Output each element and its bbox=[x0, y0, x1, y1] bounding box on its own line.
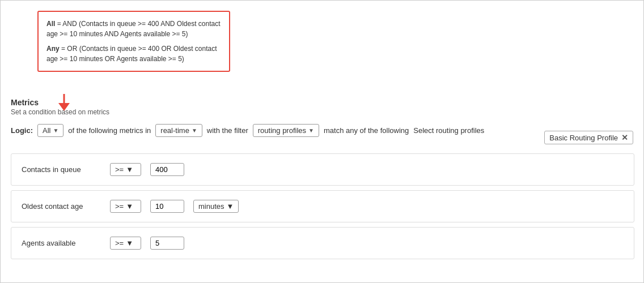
operator-caret-agents-icon: ▼ bbox=[126, 239, 133, 247]
condition-row-agents-available: Agents available >= ▼ bbox=[11, 227, 634, 259]
time-dropdown[interactable]: real-time ▼ bbox=[155, 124, 202, 137]
condition-value-oldest[interactable] bbox=[150, 200, 184, 213]
unit-value-oldest: minutes bbox=[198, 202, 224, 211]
tooltip-box: All = AND (Contacts in queue >= 400 AND … bbox=[37, 11, 230, 72]
profile-tag-label: Basic Routing Profile bbox=[549, 134, 618, 142]
time-caret-icon: ▼ bbox=[192, 127, 197, 134]
condition-label-oldest: Oldest contact age bbox=[22, 202, 101, 211]
page-container: All = AND (Contacts in queue >= 400 AND … bbox=[0, 0, 644, 283]
metrics-title: Metrics bbox=[11, 98, 634, 107]
condition-label-agents: Agents available bbox=[22, 239, 101, 247]
condition-row-oldest-contact-age: Oldest contact age >= ▼ minutes ▼ bbox=[11, 190, 634, 222]
condition-operator-oldest[interactable]: >= ▼ bbox=[110, 200, 141, 213]
select-routing-label[interactable]: Select routing profiles bbox=[413, 126, 484, 135]
operator-caret-contacts-icon: ▼ bbox=[126, 165, 133, 174]
tooltip-all-text: = AND (Contacts in queue >= 400 AND Olde… bbox=[46, 20, 221, 38]
tooltip-all-label: All bbox=[46, 20, 55, 28]
operator-caret-oldest-icon: ▼ bbox=[126, 202, 133, 211]
operator-value-contacts: >= bbox=[115, 165, 124, 174]
filter-caret-icon: ▼ bbox=[308, 127, 314, 134]
unit-caret-oldest-icon: ▼ bbox=[227, 202, 234, 211]
logic-caret-icon: ▼ bbox=[53, 127, 58, 134]
operator-value-oldest: >= bbox=[115, 202, 124, 211]
time-value: real-time bbox=[160, 126, 189, 135]
condition-value-contacts[interactable] bbox=[150, 163, 184, 176]
filter-text: with the filter bbox=[207, 126, 248, 135]
condition-row-contacts-in-queue: Contacts in queue >= ▼ bbox=[11, 153, 634, 186]
conditions-container: Contacts in queue >= ▼ Oldest contact ag… bbox=[11, 153, 634, 264]
metrics-section: Metrics Set a condition based on metrics… bbox=[11, 98, 634, 144]
tooltip-any-text: = OR (Contacts in queue >= 400 OR Oldest… bbox=[46, 45, 217, 63]
logic-row: Logic: All ▼ of the following metrics in… bbox=[11, 124, 634, 137]
tooltip-any-label: Any bbox=[46, 45, 60, 53]
middle-text: of the following metrics in bbox=[68, 126, 151, 135]
condition-label-contacts: Contacts in queue bbox=[22, 165, 101, 174]
logic-value: All bbox=[43, 126, 50, 135]
condition-operator-agents[interactable]: >= ▼ bbox=[110, 237, 141, 250]
filter-value: routing profiles bbox=[258, 126, 306, 135]
routing-profiles-area: Basic Routing Profile ✕ bbox=[544, 131, 633, 144]
condition-operator-contacts[interactable]: >= ▼ bbox=[110, 163, 141, 176]
filter-dropdown[interactable]: routing profiles ▼ bbox=[253, 124, 319, 137]
condition-unit-oldest[interactable]: minutes ▼ bbox=[193, 200, 239, 213]
condition-value-agents[interactable] bbox=[150, 237, 184, 250]
match-text: match any of the following bbox=[324, 126, 409, 135]
logic-label: Logic: bbox=[11, 126, 33, 135]
logic-dropdown[interactable]: All ▼ bbox=[37, 124, 63, 137]
routing-profile-tag: Basic Routing Profile ✕ bbox=[544, 131, 633, 144]
metrics-subtitle: Set a condition based on metrics bbox=[11, 108, 634, 116]
operator-value-agents: >= bbox=[115, 239, 124, 247]
profile-tag-close-button[interactable]: ✕ bbox=[621, 133, 628, 142]
